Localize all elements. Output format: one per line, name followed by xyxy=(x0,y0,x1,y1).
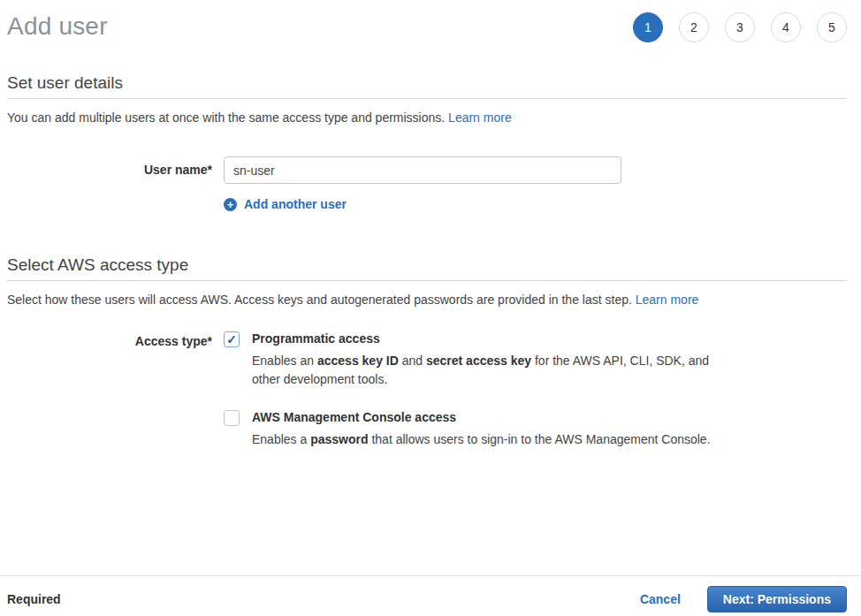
learn-more-link-user-details[interactable]: Learn more xyxy=(448,110,512,125)
console-access-checkbox[interactable] xyxy=(224,410,240,426)
username-row: User name* xyxy=(7,156,847,184)
step-2: 2 xyxy=(679,12,709,42)
cancel-link[interactable]: Cancel xyxy=(640,592,681,606)
user-details-intro: You can add multiple users at once with … xyxy=(7,110,847,125)
step-4: 4 xyxy=(771,12,801,42)
check-icon: ✓ xyxy=(226,333,237,346)
programmatic-access-option: ✓ Programmatic access Enables an access … xyxy=(224,331,713,389)
add-circle-icon: + xyxy=(224,198,237,211)
desc-text-bold: secret access key xyxy=(426,354,531,368)
page-title: Add user xyxy=(7,12,108,41)
access-type-intro-text: Select how these users will access AWS. … xyxy=(7,293,636,307)
access-type-options: ✓ Programmatic access Enables an access … xyxy=(224,331,713,449)
access-type-label: Access type* xyxy=(7,331,212,449)
learn-more-link-access-type[interactable]: Learn more xyxy=(636,293,699,307)
access-type-intro: Select how these users will access AWS. … xyxy=(7,293,847,307)
desc-text: Enables a xyxy=(252,432,310,446)
programmatic-access-title: Programmatic access xyxy=(252,331,713,346)
username-label: User name* xyxy=(7,156,212,184)
console-access-body: AWS Management Console access Enables a … xyxy=(252,410,711,449)
console-access-desc: Enables a password that allows users to … xyxy=(252,430,711,449)
desc-text-bold: password xyxy=(310,432,368,446)
footer-actions: Cancel Next: Permissions xyxy=(640,586,847,612)
required-note: Required xyxy=(7,592,61,606)
desc-text-bold: access key ID xyxy=(317,354,399,368)
page-header: Add user 1 2 3 4 5 xyxy=(7,9,847,44)
add-another-user-link[interactable]: + Add another user xyxy=(7,197,847,211)
add-user-page: Add user 1 2 3 4 5 Set user details You … xyxy=(0,9,861,449)
username-input[interactable] xyxy=(224,156,621,184)
programmatic-access-desc: Enables an access key ID and secret acce… xyxy=(252,352,713,389)
step-3: 3 xyxy=(725,12,755,42)
desc-text: Enables an xyxy=(252,354,317,368)
step-5: 5 xyxy=(817,12,847,42)
desc-text: that allows users to sign-in to the AWS … xyxy=(369,432,711,446)
access-type-row: Access type* ✓ Programmatic access Enabl… xyxy=(7,331,847,449)
progress-steps: 1 2 3 4 5 xyxy=(633,12,847,42)
programmatic-access-checkbox[interactable]: ✓ xyxy=(224,331,240,347)
console-access-option: AWS Management Console access Enables a … xyxy=(224,410,713,449)
next-permissions-button[interactable]: Next: Permissions xyxy=(707,586,847,612)
section-heading-user-details: Set user details xyxy=(7,73,847,99)
section-heading-access-type: Select AWS access type xyxy=(7,255,847,281)
user-details-intro-text: You can add multiple users at once with … xyxy=(7,110,448,125)
add-another-user-label: Add another user xyxy=(244,197,347,211)
desc-text: and xyxy=(399,354,426,368)
programmatic-access-body: Programmatic access Enables an access ke… xyxy=(252,331,713,389)
step-1: 1 xyxy=(633,12,663,42)
footer-bar: Required Cancel Next: Permissions xyxy=(0,575,861,612)
console-access-title: AWS Management Console access xyxy=(252,410,711,425)
